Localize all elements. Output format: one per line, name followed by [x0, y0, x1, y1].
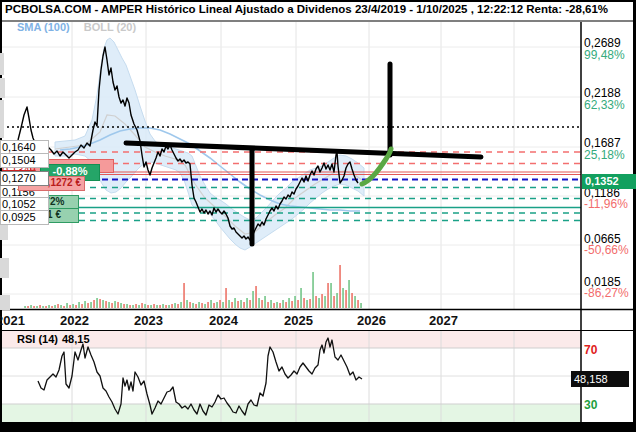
volume-bar — [96, 298, 98, 308]
volume-bar — [120, 303, 122, 308]
volume-bar — [291, 301, 293, 308]
volume-bar — [90, 302, 92, 308]
volume-bar — [279, 303, 281, 308]
volume-bar — [360, 303, 362, 308]
volume-bar — [99, 299, 101, 308]
volume-bar — [162, 304, 164, 308]
volume-bar — [129, 305, 131, 308]
volume-bar — [234, 298, 236, 308]
volume-bar — [192, 303, 194, 308]
volume-bar — [168, 305, 170, 308]
volume-bar — [267, 302, 269, 308]
volume-bar — [75, 305, 77, 308]
chart-canvas[interactable] — [0, 0, 636, 432]
rsi-overbought-label: 70 — [584, 343, 597, 357]
indicator-legend: SMA (100)BOLL (20) — [17, 21, 136, 33]
volume-bar — [150, 305, 152, 308]
x-axis-year-label: 2026 — [357, 313, 386, 328]
volume-bar — [60, 305, 62, 308]
volume-bar — [102, 300, 104, 308]
volume-bar — [228, 300, 230, 308]
bottom-border — [0, 422, 636, 432]
volume-bar — [51, 306, 53, 308]
volume-bar — [231, 302, 233, 308]
volume-bar — [126, 304, 128, 308]
volume-bar — [138, 305, 140, 308]
rsi-oversold-zone — [2, 404, 581, 423]
volume-bar — [315, 296, 317, 308]
volume-bar — [135, 304, 137, 308]
right-axis-percent-label: 25,18% — [584, 149, 625, 161]
volume-bar — [36, 306, 38, 308]
volume-bar — [147, 305, 149, 308]
window-title: PCBOLSA.COM - AMPER Histórico Lineal Aju… — [5, 3, 631, 19]
volume-bar — [294, 296, 296, 308]
volume-bar — [171, 304, 173, 308]
right-axis-percent-label: -11,96% — [584, 198, 628, 210]
volume-bar — [81, 304, 83, 308]
volume-bar — [306, 300, 308, 308]
volume-bar — [249, 300, 251, 308]
price-tooltip-box: 0,1270 — [0, 171, 49, 186]
edge-artifact — [0, 295, 10, 310]
volume-bar — [105, 301, 107, 308]
volume-bar — [30, 305, 32, 308]
legend-boll-label[interactable]: BOLL (20) — [84, 21, 136, 33]
volume-bar — [276, 302, 278, 308]
legend-sma-label[interactable]: SMA (100) — [17, 21, 70, 33]
volume-bar — [240, 300, 242, 308]
volume-bar — [345, 290, 347, 308]
volume-bar — [303, 298, 305, 308]
volume-bar — [195, 304, 197, 308]
edge-artifact — [0, 100, 4, 138]
volume-bar — [333, 296, 335, 308]
rsi-indicator-label[interactable]: RSI (14) — [17, 333, 58, 345]
volume-bar — [282, 300, 284, 308]
volume-bar — [327, 283, 329, 308]
volume-bar — [207, 302, 209, 308]
volume-bar — [159, 305, 161, 308]
volume-bar — [201, 303, 203, 308]
volume-bar — [72, 304, 74, 308]
volume-bar — [309, 299, 311, 308]
volume-bar — [270, 300, 272, 308]
volume-bar — [237, 301, 239, 308]
volume-bar — [63, 306, 65, 308]
volume-bar — [174, 303, 176, 308]
edge-artifact — [0, 78, 5, 98]
volume-bar — [243, 302, 245, 308]
volume-bar — [357, 300, 359, 308]
volume-bar — [153, 304, 155, 308]
volume-bar — [321, 294, 323, 308]
volume-bar — [48, 305, 50, 308]
volume-bar — [354, 296, 356, 308]
volume-bar — [180, 302, 182, 308]
volume-bar — [141, 303, 143, 308]
volume-bar — [189, 302, 191, 308]
x-axis-year-label: 2024 — [209, 313, 238, 328]
volume-bar — [348, 280, 350, 308]
volume-bar — [273, 303, 275, 308]
volume-bar — [165, 305, 167, 308]
chart-window: PCBOLSA.COM - AMPER Histórico Lineal Aju… — [0, 0, 636, 432]
volume-bar — [312, 272, 314, 308]
volume-bar — [285, 302, 287, 308]
volume-bar — [24, 306, 26, 308]
volume-bar — [351, 293, 353, 308]
volume-bar — [300, 288, 302, 308]
volume-bar — [33, 306, 35, 308]
volume-bar — [27, 306, 29, 308]
volume-bar — [318, 298, 320, 308]
volume-bar — [342, 288, 344, 308]
x-axis-year-label: 2023 — [134, 313, 163, 328]
volume-bar — [324, 296, 326, 308]
volume-bar — [93, 300, 95, 308]
volume-bar — [57, 304, 59, 308]
volume-bar — [186, 300, 188, 308]
volume-bar — [54, 305, 56, 308]
edge-artifact — [0, 53, 4, 75]
current-price-box: 0,1352 — [582, 174, 636, 189]
volume-bar — [246, 298, 248, 308]
left-axis-price-label: 0,0925 — [0, 210, 49, 225]
volume-bar — [198, 302, 200, 308]
